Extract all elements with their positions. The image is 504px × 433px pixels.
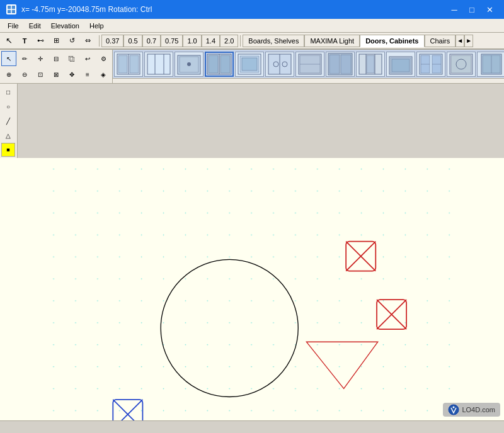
close-button[interactable]: ✕ [481, 3, 498, 16]
edit-icon: ✏ [22, 55, 27, 62]
furniture-item-2[interactable] [144, 52, 173, 77]
nav-right-button[interactable]: ► [464, 35, 473, 47]
furniture-item-5[interactable] [235, 52, 264, 77]
draw-circle[interactable]: ○ [1, 99, 15, 113]
scale-07[interactable]: 0.7 [142, 35, 161, 47]
scale-10[interactable]: 1.0 [183, 35, 201, 47]
tab-doors-cabinets[interactable]: Doors, Cabinets [360, 35, 424, 47]
menu-elevation[interactable]: Elevation [46, 21, 84, 31]
snap-tool[interactable]: ⊞ [49, 33, 64, 48]
furniture-item-6[interactable] [265, 52, 294, 77]
zoom-box-tool[interactable]: ⊠ [49, 67, 64, 82]
tab-boards-shelves[interactable]: Boards, Shelves [243, 35, 304, 47]
left-toolbar: □ ○ ╱ △ ■ [0, 84, 18, 158]
scale-075[interactable]: 0.75 [161, 35, 183, 47]
tab-maxima-light[interactable]: MAXIMA Light [304, 35, 360, 47]
layer-tool[interactable]: ≡ [80, 67, 95, 82]
zoom-out-icon: ⊖ [22, 71, 27, 78]
rotate-tool[interactable]: ↺ [64, 33, 79, 48]
furniture-item-11[interactable] [416, 52, 445, 77]
furniture-item-13[interactable] [477, 52, 504, 77]
pointer-icon: ↖ [6, 55, 11, 62]
line-icon: ╱ [6, 118, 10, 125]
svg-rect-57 [43, 158, 462, 420]
svg-rect-29 [341, 55, 351, 74]
scale-037[interactable]: 0.37 [101, 35, 123, 47]
zoom-in-tool[interactable]: ⊕ [1, 67, 16, 82]
edit-tool[interactable]: ✏ [17, 51, 32, 66]
grid-tool[interactable]: ⊟ [49, 51, 64, 66]
title-bar-left: x= -4.75m y=-20048.75m Rotation: Ctrl [6, 4, 152, 14]
scale-14[interactable]: 1.4 [202, 35, 220, 47]
rectangle-icon: □ [6, 89, 10, 96]
title-bar: x= -4.75m y=-20048.75m Rotation: Ctrl ─ … [0, 0, 504, 19]
layer-icon: ≡ [86, 71, 89, 78]
canvas-area[interactable]: LO4D.com [0, 158, 504, 420]
menu-help[interactable]: Help [84, 21, 109, 31]
window-title: x= -4.75m y=-20048.75m Rotation: Ctrl [21, 5, 152, 14]
maximize-button[interactable]: □ [464, 3, 480, 16]
furniture-item-8[interactable] [326, 52, 355, 77]
watermark-text: LO4D.com [462, 406, 495, 413]
furniture-item-4[interactable] [205, 52, 234, 77]
color-pick[interactable]: ■ [1, 143, 15, 157]
menu-edit[interactable]: Edit [24, 21, 46, 31]
color-icon: ■ [6, 147, 9, 153]
measure-tool[interactable]: ⊷ [33, 33, 48, 48]
svg-rect-28 [329, 55, 340, 74]
tool-row2: ⊕ ⊖ ⊡ ⊠ ✥ ≡ ◈ [1, 67, 111, 82]
nav-left-button[interactable]: ◄ [455, 35, 464, 47]
undo-icon: ↩ [85, 55, 90, 62]
menu-bar: File Edit Elevation Help [0, 19, 504, 33]
svg-rect-43 [451, 55, 471, 73]
svg-rect-36 [392, 59, 410, 72]
snap-icon: ⊞ [54, 37, 59, 45]
scale-05[interactable]: 0.5 [123, 35, 142, 47]
minimize-button[interactable]: ─ [446, 3, 462, 16]
furniture-item-12[interactable] [447, 52, 476, 77]
scale-20[interactable]: 2.0 [220, 35, 238, 47]
tab-chairs[interactable]: Chairs [425, 35, 456, 47]
zoom-fit-tool[interactable]: ⊡ [33, 67, 48, 82]
pan-icon: ✥ [69, 71, 74, 78]
settings-tool[interactable]: ⚙ [96, 51, 111, 66]
text-tool[interactable]: T [17, 33, 32, 48]
draw-polygon[interactable]: △ [1, 128, 15, 142]
draw-rectangle[interactable]: □ [1, 85, 15, 99]
rotate-icon: ↺ [69, 37, 75, 45]
menu-file[interactable]: File [3, 21, 24, 31]
select-tool[interactable]: ↖ [1, 33, 16, 48]
zoom-out-tool[interactable]: ⊖ [17, 67, 32, 82]
mirror-h-tool[interactable]: ⇔ [80, 33, 95, 48]
select-icon: ↖ [6, 36, 13, 45]
pointer-tool[interactable]: ↖ [1, 51, 16, 66]
furniture-item-3[interactable] [175, 52, 203, 77]
tool-row1: ↖ ✏ ✛ ⊟ ⿻ ↩ ⚙ [1, 51, 111, 66]
toolbar-row1: ↖ T ⊷ ⊞ ↺ ⇔ 0.37 0.5 0.7 0.75 1.0 1.4 2.… [0, 33, 504, 49]
zoom-box-icon: ⊠ [54, 71, 59, 78]
pan-tool[interactable]: ✥ [64, 67, 79, 82]
svg-rect-16 [220, 55, 230, 73]
svg-point-12 [187, 62, 191, 66]
main-canvas[interactable] [0, 158, 504, 420]
furniture-item-10[interactable] [386, 52, 415, 77]
grid-icon: ⊟ [54, 55, 59, 62]
extra-tool[interactable]: ◈ [96, 67, 111, 82]
toolbar-row2-container: ↖ ✏ ✛ ⊟ ⿻ ↩ ⚙ ⊕ ⊖ ⊡ ⊠ ✥ ≡ ◈ [0, 50, 504, 84]
svg-rect-15 [209, 55, 218, 73]
copy-tool[interactable]: ⿻ [64, 51, 79, 66]
furniture-item-9[interactable] [356, 52, 385, 77]
status-bar [0, 420, 504, 433]
svg-rect-5 [118, 55, 127, 73]
svg-point-73 [453, 407, 455, 408]
move-tool[interactable]: ✛ [33, 51, 48, 66]
undo-btn[interactable]: ↩ [80, 51, 95, 66]
mirror-h-icon: ⇔ [85, 37, 91, 45]
extra-icon: ◈ [101, 71, 106, 78]
furniture-item-7[interactable] [295, 52, 324, 77]
separator2 [240, 35, 241, 47]
furniture-strip [113, 50, 504, 79]
furniture-item-1[interactable] [114, 52, 143, 77]
draw-line[interactable]: ╱ [1, 114, 15, 128]
zoom-in-icon: ⊕ [6, 71, 11, 78]
